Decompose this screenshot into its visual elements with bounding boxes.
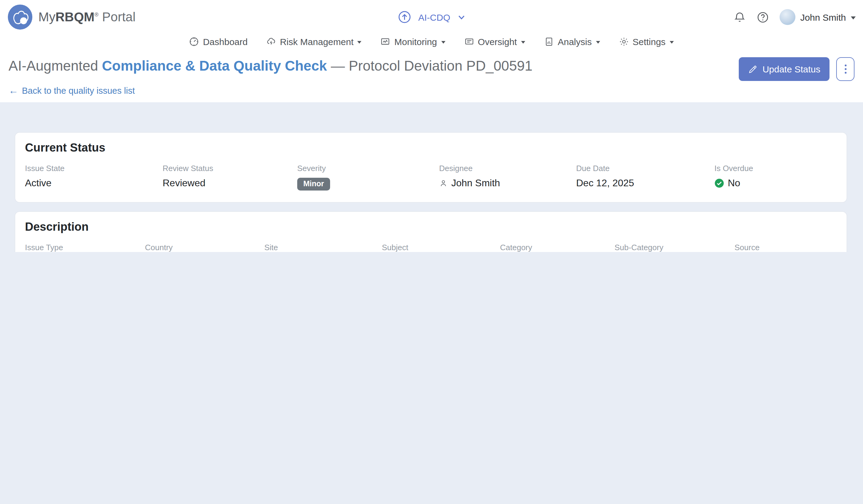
brand-logo-icon <box>7 4 33 30</box>
update-status-label: Update Status <box>763 64 821 74</box>
study-selector-label: AI-CDQ <box>418 12 450 22</box>
description-card: Description Issue Type ProtocolDeviation… <box>15 211 847 252</box>
nav-item-dashboard[interactable]: Dashboard <box>189 36 248 47</box>
nav-label: Dashboard <box>203 36 248 47</box>
nav-item-settings[interactable]: Settings <box>618 36 674 47</box>
monitoring-icon <box>380 36 391 47</box>
back-arrow-icon: ← <box>9 85 18 96</box>
kebab-icon <box>845 65 846 66</box>
more-options-button[interactable] <box>836 57 854 81</box>
caret-down-icon <box>851 16 856 19</box>
brand-name: MyRBQM® Portal <box>38 10 136 24</box>
chevron-down-icon <box>457 12 466 22</box>
severity-badge: Minor <box>297 178 330 190</box>
brand-logo[interactable]: MyRBQM® Portal <box>7 4 136 30</box>
field-country: Country USA <box>145 243 264 252</box>
field-is-overdue: Is Overdue No <box>714 164 837 190</box>
caret-down-icon <box>521 41 525 43</box>
page-actions: Update Status <box>739 57 854 81</box>
nav-item-analysis[interactable]: Analysis <box>543 36 600 47</box>
page-title-highlight: Compliance & Data Quality Check <box>102 58 327 74</box>
page-title-row: AI-Augmented Compliance & Data Quality C… <box>7 57 856 81</box>
nav-label: Risk Management <box>280 36 353 47</box>
page-title: AI-Augmented Compliance & Data Quality C… <box>9 57 533 75</box>
description-heading: Description <box>25 220 837 234</box>
pencil-icon <box>748 64 758 74</box>
field-site: Site 1056 <box>264 243 382 252</box>
update-status-button[interactable]: Update Status <box>739 57 829 81</box>
analysis-icon <box>543 36 554 47</box>
risk-cloud-icon <box>266 36 276 47</box>
field-category: Category Trial Procedures <box>500 243 614 252</box>
nav-label: Analysis <box>558 36 592 47</box>
current-status-card: Current Status Issue State Active Review… <box>15 132 847 203</box>
avatar <box>779 9 796 25</box>
check-circle-icon <box>714 178 724 188</box>
current-status-heading: Current Status <box>25 141 837 155</box>
help-button[interactable] <box>756 11 769 23</box>
notifications-button[interactable] <box>733 11 746 23</box>
field-severity: Severity Minor <box>297 164 439 190</box>
person-icon <box>439 179 448 188</box>
field-issue-type: Issue Type ProtocolDeviation <box>25 243 145 252</box>
gear-icon <box>618 36 629 47</box>
nav-item-monitoring[interactable]: Monitoring <box>380 36 446 47</box>
top-header: MyRBQM® Portal AI-CDQ <box>0 0 863 102</box>
caret-down-icon <box>596 41 600 43</box>
description-row-1: Issue Type ProtocolDeviation Country USA… <box>25 243 837 252</box>
dashboard-icon <box>189 36 199 47</box>
caret-down-icon <box>441 41 445 43</box>
nav-label: Oversight <box>478 36 517 47</box>
nav-label: Settings <box>633 36 665 47</box>
top-bar: MyRBQM® Portal AI-CDQ <box>7 2 856 32</box>
field-subject: Subject 1056-0012 <box>382 243 500 252</box>
nav-item-risk-management[interactable]: Risk Management <box>266 36 362 47</box>
nav-item-oversight[interactable]: Oversight <box>464 36 525 47</box>
field-source: Source MyRBQM <box>735 243 837 252</box>
current-status-fields: Issue State Active Review Status Reviewe… <box>25 164 837 190</box>
nav-label: Monitoring <box>395 36 437 47</box>
page-body: Current Status Issue State Active Review… <box>0 102 863 252</box>
help-icon <box>756 11 769 23</box>
oversight-icon <box>464 36 474 47</box>
study-selector[interactable]: AI-CDQ <box>397 10 466 24</box>
field-designee: Designee John Smith <box>439 164 576 190</box>
main-nav: Dashboard Risk Management Monitoring Ove… <box>7 32 856 51</box>
field-issue-state: Issue State Active <box>25 164 163 190</box>
back-link-label: Back to the quality issues list <box>22 86 135 95</box>
field-review-status: Review Status Reviewed <box>163 164 297 190</box>
user-name: John Smith <box>800 12 846 22</box>
caret-down-icon <box>358 41 362 43</box>
back-link[interactable]: ← Back to the quality issues list <box>9 85 135 96</box>
arrow-up-circle-icon <box>397 10 412 24</box>
caret-down-icon <box>670 41 674 43</box>
field-due-date: Due Date Dec 12, 2025 <box>576 164 714 190</box>
user-menu[interactable]: John Smith <box>779 9 856 25</box>
field-sub-category: Sub-Category Procedure Not Done <box>614 243 735 252</box>
bell-icon <box>733 11 746 23</box>
header-actions: John Smith <box>733 9 856 25</box>
app: MyRBQM® Portal AI-CDQ <box>0 0 863 252</box>
